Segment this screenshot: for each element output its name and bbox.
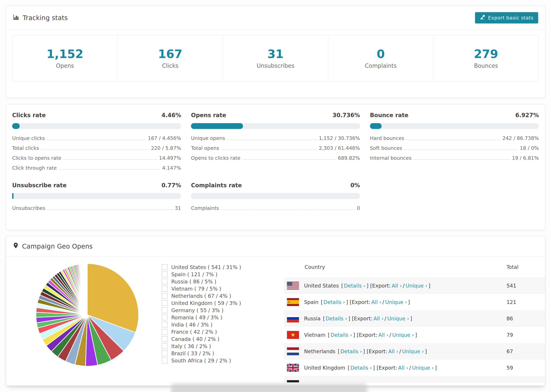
country-flag-icon <box>287 380 299 382</box>
export-all-link[interactable]: All › <box>374 315 384 322</box>
rate-title: Unsubscribe rate <box>12 182 67 189</box>
rate-block-opens-rate: Opens rate30.736%Unique opens1,152 / 30.… <box>191 112 360 175</box>
stat-value: 279 <box>474 48 498 60</box>
export-unique-link[interactable]: Unique › <box>412 365 434 371</box>
rate-detail-value: 242 / 86.738% <box>502 136 539 141</box>
country-flag-icon <box>287 298 299 306</box>
legend-label: South Africa ( 29 / 2% ) <box>171 358 231 364</box>
export-all-link[interactable]: All › <box>371 299 381 305</box>
legend-item: Romania ( 49 / 3% ) <box>162 314 251 321</box>
table-row: Spain[Details ›][Export:All ›/Unique ›]1… <box>284 294 545 310</box>
legend-item: Brazil ( 33 / 2% ) <box>162 350 251 357</box>
rate-detail-label: Hard bounces <box>370 136 404 141</box>
geo-title-wrap: Campaign Geo Opens <box>13 242 93 251</box>
progress-bar-track <box>12 123 181 129</box>
rate-detail-row: Unsubscribes31 <box>12 206 181 211</box>
export-all-link[interactable]: All › <box>398 365 408 371</box>
tracking-stats-header: Tracking stats Export basic stats <box>6 6 545 30</box>
total-cell: 59 <box>507 365 545 371</box>
dotted-leader <box>242 159 336 160</box>
stat-label: Opens <box>56 63 74 69</box>
legend-swatch <box>162 350 168 356</box>
rate-detail-value: 14.497% <box>159 156 181 161</box>
legend-item: Russia ( 86 / 5% ) <box>162 278 251 285</box>
total-cell: 541 <box>507 283 545 289</box>
progress-bar-fill <box>12 123 20 129</box>
stat-box-unsubscribes: 31Unsubscribes <box>223 35 328 81</box>
tracking-stats-title: Tracking stats <box>13 14 68 22</box>
total-cell: 67 <box>507 348 545 354</box>
details-link[interactable]: Details › <box>350 365 372 371</box>
rate-value: 0.77% <box>162 182 181 189</box>
rate-detail-value: 4.147% <box>162 166 181 170</box>
details-link[interactable]: Details › <box>331 332 352 338</box>
export-unique-link[interactable]: Unique › <box>385 299 407 305</box>
rate-block-unsubscribe-rate: Unsubscribe rate0.77%Unsubscribes31 <box>12 182 181 216</box>
legend-item: France ( 42 / 2% ) <box>162 328 251 335</box>
details-link[interactable]: Details › <box>340 348 362 354</box>
stat-label: Unsubscribes <box>257 63 295 69</box>
dotted-leader <box>221 149 317 150</box>
export-unique-link[interactable]: Unique › <box>392 332 414 338</box>
rate-detail-row: Internal bounces19 / 6.81% <box>370 156 539 161</box>
legend-item: Netherlands ( 67 / 4% ) <box>162 292 251 300</box>
rate-title: Opens rate <box>191 112 226 119</box>
dotted-leader <box>413 159 510 160</box>
legend-item: Canada ( 40 / 2% ) <box>162 335 251 343</box>
legend-swatch <box>162 300 168 306</box>
details-link[interactable]: Details › <box>326 315 347 322</box>
export-unique-link[interactable]: Unique › <box>387 315 409 322</box>
export-all-link[interactable]: All › <box>392 283 402 289</box>
campaign-geo-opens-card: Campaign Geo Opens United States ( 541 /… <box>6 236 545 386</box>
geo-title: Campaign Geo Opens <box>22 243 93 250</box>
rate-title: Bounce rate <box>370 112 409 119</box>
legend-item: Italy ( 36 / 2% ) <box>162 343 251 350</box>
country-flag-icon <box>287 282 299 290</box>
rate-detail-label: Clicks to opens rate <box>12 156 61 161</box>
stat-label: Bounces <box>474 63 498 69</box>
rate-value: 6.927% <box>516 112 539 119</box>
details-link[interactable]: Details › <box>344 283 366 289</box>
rate-detail-label: Unique clicks <box>12 136 45 141</box>
country-name: Russia <box>304 315 321 322</box>
legend-swatch <box>162 336 168 342</box>
stat-box-opens: 1,152Opens <box>13 35 117 81</box>
dotted-leader <box>406 140 500 140</box>
progress-bar-track <box>191 193 360 199</box>
geo-header: Campaign Geo Opens <box>6 236 545 257</box>
legend-label: Germany ( 55 / 3% ) <box>171 307 224 313</box>
stat-value: 31 <box>268 48 284 60</box>
legend-label: Russia ( 86 / 5% ) <box>171 279 216 285</box>
legend-item: Spain ( 121 / 7% ) <box>162 271 251 278</box>
total-header-cell: Total <box>507 264 545 270</box>
export-basic-stats-button[interactable]: Export basic stats <box>475 12 538 23</box>
export-unique-link[interactable]: Unique › <box>402 348 424 354</box>
rate-detail-row: Total clicks220 / 5.87% <box>12 146 181 151</box>
page-title: Tracking stats <box>23 14 68 21</box>
rate-block-clicks-rate: Clicks rate4.46%Unique clicks167 / 4.456… <box>12 112 181 175</box>
details-link[interactable]: Details › <box>324 299 345 305</box>
legend-label: France ( 42 / 2% ) <box>171 329 217 335</box>
country-header-cell: Country <box>284 264 507 270</box>
rate-value: 30.736% <box>332 112 360 119</box>
table-row <box>284 376 545 382</box>
rate-detail-value: 19 / 6.81% <box>512 156 539 161</box>
rates-grid: Clicks rate4.46%Unique clicks167 / 4.456… <box>6 104 545 216</box>
table-row: Netherlands[Details ›][Export:All ›/Uniq… <box>284 343 545 359</box>
legend-item: United States ( 541 / 31% ) <box>162 264 251 271</box>
country-name: Netherlands <box>304 348 335 354</box>
progress-bar-fill <box>370 123 381 129</box>
rate-detail-value: 1,152 / 30.736% <box>319 136 360 141</box>
export-unique-link[interactable]: Unique › <box>406 283 427 289</box>
export-all-link[interactable]: All › <box>388 348 398 354</box>
progress-bar-track <box>370 123 539 129</box>
rate-detail-value: 2,303 / 61.446% <box>319 146 360 151</box>
rate-block-bounce-rate: Bounce rate6.927%Hard bounces242 / 86.73… <box>370 112 539 175</box>
rate-title: Clicks rate <box>12 112 46 119</box>
geo-legend: United States ( 541 / 31% )Spain ( 121 /… <box>162 264 251 364</box>
table-row: United States[Details ›][Export:All ›/Un… <box>284 277 545 294</box>
stat-box-complaints: 0Complaints <box>328 35 433 81</box>
export-icon <box>480 14 486 21</box>
export-all-link[interactable]: All › <box>378 332 389 338</box>
legend-label: Vietnam ( 79 / 5% ) <box>171 286 221 292</box>
